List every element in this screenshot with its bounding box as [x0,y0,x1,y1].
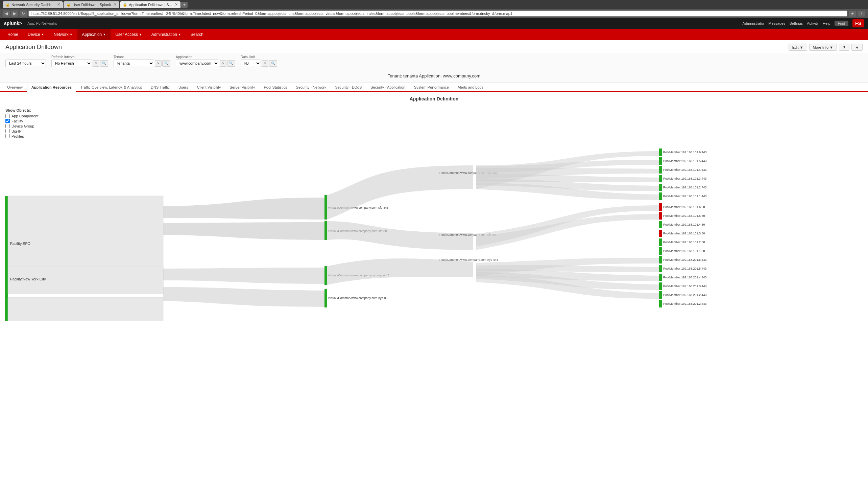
tenant-info: Tenant: tenanta Application: www.company… [0,69,868,83]
help-link[interactable]: Help [823,21,830,25]
refresh-interval-select[interactable]: No Refresh [51,60,92,67]
facility-nyc-bar2[interactable] [8,297,163,321]
find-button[interactable]: Find [835,21,848,26]
nav-application-arrow: ▼ [103,33,106,36]
tab-pool-stats[interactable]: Pool Statistics [260,83,292,92]
checkbox-big-ip: Big-IP [5,129,863,133]
tab-overview[interactable]: Overview [3,83,27,92]
nav-application[interactable]: Application ▼ [77,29,111,40]
activity-link[interactable]: Activity [807,21,819,25]
checkbox-app-component-label: App Component [11,114,39,118]
tab-server-vis[interactable]: Server Visibility [225,83,260,92]
nav-search[interactable]: Search [186,29,208,40]
app-name: App: F5 Networks [27,21,57,25]
checkbox-device-group: Device Group [5,124,863,128]
facility-nyc-label: Facility:New York City [10,277,46,281]
flow-nyc443-poolnyc443 [327,258,473,285]
new-tab-btn[interactable]: + [181,2,188,8]
checkbox-facility-input[interactable] [5,119,10,123]
tab-security-network[interactable]: Security - Network [292,83,331,92]
menu-btn[interactable]: ⋮ [858,11,865,17]
refresh-search-btn[interactable]: 🔍 [100,60,108,67]
tab-close[interactable]: ✕ [175,2,178,7]
bookmark-btn[interactable]: ★ [849,11,856,17]
settings-link[interactable]: Settings [789,21,803,25]
pm-201-6-443-label: PoolMember:192.168.201.6:443 [663,258,707,261]
data-unit-search-btn[interactable]: 🔍 [269,60,277,67]
pm-201-5-443-label: PoolMember:192.168.201.5:443 [663,267,707,270]
pm-101-1-80-label: PoolMember:192.168.101.1:80 [663,249,705,253]
tab-app-drilldown[interactable]: 🔒 Application Drilldown | S... ✕ [120,1,180,8]
tab-network-security[interactable]: 🔒 Network Security Dashb... ✕ [3,1,63,8]
tab-user-drilldown[interactable]: 🔒 User Drilldown | Splunk ✕ [64,1,119,8]
time-range-group: Last 24 hours [5,55,46,67]
checkbox-device-group-input[interactable] [5,124,10,128]
data-unit-clear-btn[interactable]: ✕ [262,60,268,67]
tab-alerts[interactable]: Alerts and Logs [453,83,488,92]
tab-system-perf[interactable]: System Performance [410,83,453,92]
checkbox-app-component-input[interactable] [5,114,10,118]
tab-users[interactable]: Users [174,83,193,92]
pm-101-6-443-label: PoolMember:192.168.101.6:443 [663,151,707,154]
checkbox-big-ip-label: Big-IP [11,129,22,133]
print-button[interactable]: ⬆ [839,44,849,51]
pm-101-2-443-label: PoolMember:192.168.101.2:443 [663,186,707,189]
nav-administration-arrow: ▼ [178,33,181,36]
browser-nav: ◀ ▶ ↻ ★ ⋮ [0,9,868,18]
administrator-link[interactable]: Administrator [743,21,765,25]
application-search-btn[interactable]: 🔍 [227,60,235,67]
pm-201-6-443-node [659,256,662,264]
refresh-clear-btn[interactable]: ✕ [93,60,99,67]
pm-201-1-80-node [659,300,662,307]
tenant-control: tenanta ✕ 🔍 [114,60,170,67]
export-button[interactable]: 🖨 [851,44,863,51]
refresh-interval-group: Refresh Interval No Refresh ✕ 🔍 [51,55,108,67]
tab-app-resources[interactable]: Application Resources [27,83,76,92]
data-unit-select[interactable]: kB [241,60,261,67]
messages-link[interactable]: Messages [768,21,785,25]
back-btn[interactable]: ◀ [3,10,10,17]
splunk-logo: splunk> [4,21,22,26]
nav-user-access[interactable]: User Access ▼ [111,29,147,40]
application-select[interactable]: www.company.com [176,60,219,67]
pm-101-5-80-label: PoolMember:192.168.101.5:80 [663,214,705,217]
page-header-actions: Edit ▼ More Info ▼ ⬆ 🖨 [789,44,863,51]
tenant-clear-btn[interactable]: ✕ [155,60,162,67]
sankey-diagram: Facility:SFO Virtual:/Common/www.company… [0,145,868,331]
tenant-search-btn[interactable]: 🔍 [162,60,170,67]
checkbox-profiles-label: Profiles [11,134,24,138]
data-unit-group: Data Unit kB ✕ 🔍 [241,55,277,67]
pm-201-3-443-label: PoolMember:192.168.201.3:443 [663,284,707,288]
tab-traffic[interactable]: Traffic Overview, Latency, & Analytics [76,83,146,92]
url-bar[interactable] [28,10,847,17]
page-content: Application Drilldown Edit ▼ More Info ▼… [0,40,868,481]
nav-administration[interactable]: Administration ▼ [147,29,186,40]
checkbox-profiles-input[interactable] [5,134,10,138]
nav-network[interactable]: Network ▼ [49,29,77,40]
time-range-select[interactable]: Last 24 hours [5,60,46,67]
show-objects-panel: Show Objects: App Component Facility Dev… [0,106,868,142]
tab-security-ddos[interactable]: Security - DDoS [331,83,366,92]
tab-dns[interactable]: DNS Traffic [146,83,174,92]
edit-button[interactable]: Edit ▼ [789,44,807,51]
tab-client-vis[interactable]: Client Visibility [193,83,225,92]
application-clear-btn[interactable]: ✕ [220,60,226,67]
pm-101-1-443-label: PoolMember:192.168.101.1:443 [663,194,707,198]
tenant-select[interactable]: tenanta [114,60,154,67]
forward-btn[interactable]: ▶ [11,10,18,17]
pm-101-3-80-label: PoolMember:192.168.101.3:80 [663,232,705,235]
more-info-button[interactable]: More Info ▼ [809,44,837,51]
tab-close[interactable]: ✕ [114,2,117,7]
application-group: Application www.company.com ✕ 🔍 [176,55,235,67]
nav-home[interactable]: Home [3,29,23,40]
pm-101-6-80-node [659,203,662,211]
reload-btn[interactable]: ↻ [20,10,27,17]
checkbox-big-ip-input[interactable] [5,129,10,133]
pm-101-5-443-label: PoolMember:192.168.101.5:443 [663,159,707,163]
nav-device[interactable]: Device ▼ [23,29,49,40]
tab-security-app[interactable]: Security - Application [366,83,410,92]
tab-close[interactable]: ✕ [57,2,60,7]
pm-101-5-443-node [659,157,662,165]
page-title: Application Drilldown [5,44,62,51]
pm-101-2-80-label: PoolMember:192.168.101.2:80 [663,240,705,244]
